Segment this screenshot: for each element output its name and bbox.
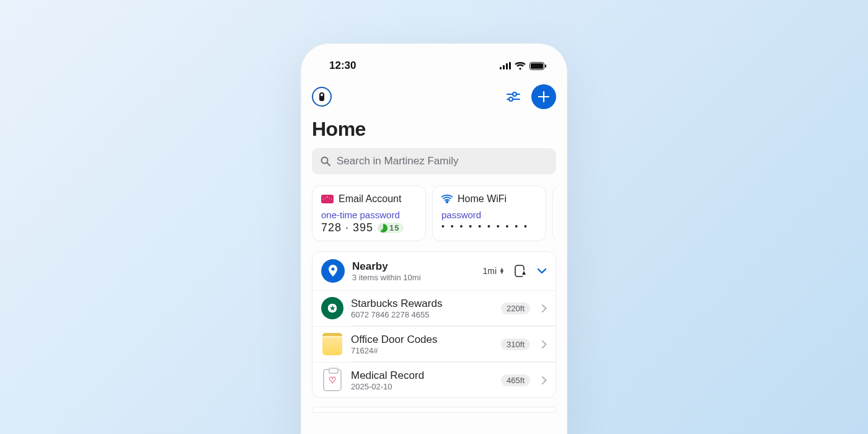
status-icons (500, 62, 546, 70)
quick-card-title: Home WiFi (458, 193, 507, 205)
next-panel-peek (312, 407, 556, 413)
chevron-down-icon (537, 268, 547, 274)
quick-card-email[interactable]: Email Account one-time password 728 · 39… (312, 185, 426, 241)
chevron-right-icon (541, 304, 547, 313)
quick-card-partial[interactable]: I num 07H (552, 185, 556, 241)
svg-rect-3 (509, 62, 511, 69)
distance-badge: 310ft (501, 339, 530, 350)
nearby-radius-selector[interactable]: 1mi ▲▼ (483, 266, 505, 276)
chevron-right-icon (541, 376, 547, 385)
wifi-icon (515, 62, 526, 70)
distance-badge: 465ft (501, 374, 530, 386)
sliders-icon (507, 91, 520, 102)
item-title: Medical Record (351, 370, 494, 382)
quick-card-title: Email Account (339, 193, 401, 205)
item-subtitle: 71624# (351, 346, 494, 355)
nearby-item[interactable]: Office Door Codes 71624# 310ft (312, 326, 556, 361)
item-subtitle: 2025-02-10 (351, 382, 494, 391)
add-button[interactable] (531, 84, 556, 109)
stepper-icon: ▲▼ (499, 268, 505, 274)
svg-rect-0 (500, 67, 502, 69)
nearby-item[interactable]: Starbucks Rewards 6072 7846 2278 4655 22… (312, 290, 556, 326)
note-icon (321, 333, 343, 355)
mail-icon (321, 195, 334, 203)
status-time: 12:30 (329, 60, 356, 72)
top-bar (312, 76, 556, 115)
totp-countdown: 15 (377, 223, 403, 233)
svg-rect-2 (506, 63, 508, 69)
svg-rect-6 (545, 64, 546, 68)
cellular-icon (500, 62, 511, 69)
item-title: Starbucks Rewards (351, 298, 494, 310)
svg-point-11 (332, 268, 335, 271)
chevron-right-icon (541, 340, 547, 349)
nearby-panel: Nearby 3 items within 10mi 1mi ▲▼ (312, 251, 556, 398)
medical-icon (321, 369, 343, 391)
search-icon (321, 156, 330, 166)
collapse-button[interactable] (537, 268, 547, 274)
distance-badge: 220ft (501, 303, 530, 314)
search-input[interactable]: Search in Martinez Family (312, 148, 556, 174)
quick-card-wifi[interactable]: Home WiFi password • • • • • • • • • • (432, 185, 546, 241)
item-subtitle: 6072 7846 2278 4655 (351, 310, 494, 319)
nearby-title: Nearby (352, 260, 476, 273)
battery-icon (529, 62, 546, 70)
quick-card-field-label: one-time password (321, 210, 417, 220)
svg-point-7 (513, 92, 516, 96)
nearby-subtitle: 3 items within 10mi (352, 273, 476, 282)
phone-frame: 12:30 (301, 43, 567, 434)
location-refresh-button[interactable] (515, 265, 527, 277)
quick-card-field-label: password (441, 210, 537, 220)
svg-point-9 (322, 157, 328, 164)
svg-point-8 (509, 97, 513, 101)
nearby-header[interactable]: Nearby 3 items within 10mi 1mi ▲▼ (312, 252, 556, 290)
totp-ring-icon (379, 224, 388, 232)
item-title: Office Door Codes (351, 334, 494, 346)
wifi-icon (441, 195, 453, 203)
nearby-item[interactable]: Medical Record 2025-02-10 465ft (312, 362, 556, 397)
location-arrow-icon (515, 265, 527, 277)
starbucks-icon (321, 297, 343, 319)
app-area: Home Search in Martinez Family Email Acc… (301, 76, 567, 413)
app-logo-icon[interactable] (312, 87, 332, 107)
page-title: Home (312, 115, 556, 148)
search-placeholder: Search in Martinez Family (337, 155, 459, 167)
quick-card-value: • • • • • • • • • • (441, 221, 537, 231)
plus-icon (538, 91, 549, 102)
quick-card-value: 728 · 395 (321, 221, 373, 234)
svg-rect-1 (503, 65, 505, 69)
filter-button[interactable] (507, 91, 520, 102)
svg-rect-5 (531, 63, 543, 69)
location-icon (321, 259, 345, 283)
quick-cards: Email Account one-time password 728 · 39… (312, 185, 556, 242)
status-bar: 12:30 (301, 56, 567, 76)
